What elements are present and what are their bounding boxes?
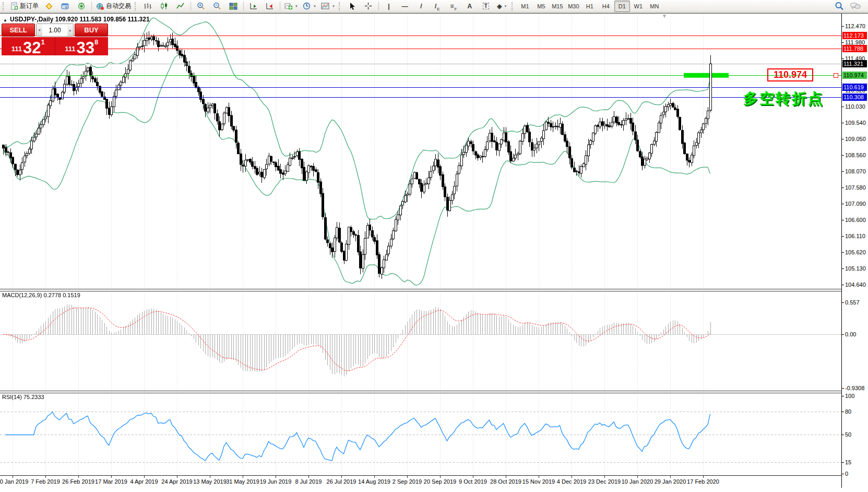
cursor-tool-button[interactable] xyxy=(344,1,360,12)
volume-control: ▼ ▲ xyxy=(36,24,74,37)
timeframe-w1-button[interactable]: W1 xyxy=(631,1,646,12)
rsi-axis-label: 100 xyxy=(845,393,854,399)
date-tick-mark xyxy=(670,476,671,478)
candlestick-button[interactable] xyxy=(157,1,172,12)
timeframe-m15-button[interactable]: M15 xyxy=(550,1,565,12)
buy-price-big: 33 xyxy=(77,41,94,54)
rsi-axis-label: 50 xyxy=(845,431,851,438)
toolbar-separator xyxy=(191,2,191,10)
toolbar-grip[interactable] xyxy=(339,2,342,10)
chat-button[interactable] xyxy=(848,1,863,12)
rsi-axis-label: 15 xyxy=(845,459,851,465)
new-order-icon xyxy=(10,2,18,10)
price-tick-mark xyxy=(842,107,844,107)
text-label-icon: T xyxy=(483,3,489,9)
indicator-list-button[interactable] xyxy=(41,1,57,12)
period-button[interactable]: ▼ xyxy=(301,1,318,12)
price-tick-label: 108.560 xyxy=(845,152,866,158)
volume-up-button[interactable]: ▲ xyxy=(67,24,73,36)
equidistant-channel-tool-button[interactable]: / E xyxy=(430,1,445,12)
zoom-out-button[interactable] xyxy=(209,1,225,12)
date-label: 28 Oct 2019 xyxy=(490,478,521,485)
timeframe-h4-button[interactable]: H4 xyxy=(598,1,614,12)
arrows-tool-button[interactable]: ◈ ▼ xyxy=(494,1,510,12)
timeframe-mn-button[interactable]: MN xyxy=(647,1,662,12)
price-tick-label: 108.070 xyxy=(845,168,866,174)
vertical-line-tool-button[interactable]: | xyxy=(381,1,397,12)
line-chart-button[interactable] xyxy=(173,1,188,12)
add-indicator-button[interactable]: ▼ xyxy=(282,1,300,12)
buy-price-sup: 8 xyxy=(94,38,98,46)
date-axis[interactable]: 20 Jan 20197 Feb 201926 Feb 201917 Mar 2… xyxy=(0,475,841,489)
price-tick-mark xyxy=(842,204,844,204)
auto-scroll-button[interactable] xyxy=(246,1,261,12)
horizontal-line-tool-button[interactable]: — xyxy=(397,1,413,12)
zoom-in-button[interactable] xyxy=(193,1,209,12)
new-order-button[interactable]: 新订单 xyxy=(8,1,41,12)
ohlc-values: 109.920 111.583 109.856 111.321 xyxy=(55,16,150,23)
price-axis[interactable]: 112.470111.980111.490110.520110.030109.5… xyxy=(841,14,868,488)
fibonacci-tool-button[interactable]: ≡ F xyxy=(446,1,461,12)
new-chart-button[interactable] xyxy=(57,1,73,12)
date-label: 17 Feb 2020 xyxy=(687,478,719,485)
date-label: 26 Feb 2019 xyxy=(62,478,94,485)
price-flag-label[interactable]: 110.974 xyxy=(767,68,813,81)
rsi-tick-mark xyxy=(842,474,844,474)
search-button[interactable] xyxy=(831,1,847,12)
sell-price-big: 32 xyxy=(23,41,41,54)
toolbar-grip[interactable] xyxy=(512,2,515,10)
toolbar-grip[interactable] xyxy=(135,2,138,10)
template-button[interactable]: ▼ xyxy=(319,1,337,12)
collapse-panel-icon[interactable]: ▲ xyxy=(3,18,7,22)
chinese-note[interactable]: 多空转折点 xyxy=(743,89,824,109)
buy-price[interactable]: 111 33 8 xyxy=(55,37,109,55)
volume-down-button[interactable]: ▼ xyxy=(37,24,42,36)
dropdown-caret-icon: ▼ xyxy=(313,5,316,8)
date-tick-mark xyxy=(177,476,177,478)
timeframe-m1-button[interactable]: M1 xyxy=(517,1,533,12)
price-tick-label: 107.580 xyxy=(845,184,866,191)
crosshair-tool-button[interactable] xyxy=(361,1,376,12)
chart-shift-button[interactable] xyxy=(262,1,278,12)
pane-separator[interactable] xyxy=(0,289,868,291)
price-tick-mark xyxy=(842,285,844,285)
price-flag-anchor[interactable] xyxy=(834,73,838,78)
date-tick-mark xyxy=(407,476,408,478)
text-tool-button[interactable]: A xyxy=(462,1,478,12)
trendline-tool-button[interactable]: / xyxy=(413,1,429,12)
tile-windows-button[interactable] xyxy=(225,1,241,12)
price-tick-label: 107.090 xyxy=(845,201,866,207)
price-tick-label: 110.030 xyxy=(845,103,865,110)
chart-canvas[interactable] xyxy=(0,14,841,475)
autotrading-button[interactable]: 自动交易 xyxy=(94,1,133,12)
dropdown-caret-icon: ▼ xyxy=(332,5,335,8)
date-tick-mark xyxy=(78,476,79,478)
toolbar-separator xyxy=(243,2,244,10)
tile-windows-icon xyxy=(229,2,237,10)
main-toolbar: 新订单 自动交易 xyxy=(0,0,868,13)
timeframe-m5-button[interactable]: M5 xyxy=(533,1,549,12)
rsi-axis-label: 80 xyxy=(845,408,851,415)
date-tick-mark xyxy=(341,476,342,478)
signals-button[interactable] xyxy=(74,1,89,12)
date-label: 4 Dec 2019 xyxy=(557,478,586,485)
toolbar-grip[interactable] xyxy=(3,2,6,10)
trendline-icon: / xyxy=(420,3,422,10)
date-label: 8 Jul 2019 xyxy=(295,478,322,485)
sell-button[interactable]: SELL xyxy=(2,24,35,37)
sell-price[interactable]: 111 32 1 xyxy=(2,37,55,55)
text-label-tool-button[interactable]: T xyxy=(478,1,494,12)
timeframe-m30-button[interactable]: M30 xyxy=(566,1,581,12)
timeframe-d1-button[interactable]: D1 xyxy=(614,1,630,12)
bar-chart-button[interactable] xyxy=(140,1,156,12)
price-tick-mark xyxy=(842,220,844,220)
volume-input[interactable] xyxy=(42,24,67,36)
buy-button[interactable]: BUY xyxy=(75,24,108,37)
price-tick-mark xyxy=(842,139,844,139)
pane-separator[interactable] xyxy=(0,391,868,393)
chart-title: USDJPY-,Daily 109.920 111.583 109.856 11… xyxy=(10,16,150,23)
macd-tick-mark xyxy=(842,302,844,303)
price-badge: 112.173 xyxy=(842,32,867,39)
timeframe-h1-button[interactable]: H1 xyxy=(582,1,598,12)
macd-label: MACD(12,26,9) 0.2778 0.1519 xyxy=(2,292,80,298)
